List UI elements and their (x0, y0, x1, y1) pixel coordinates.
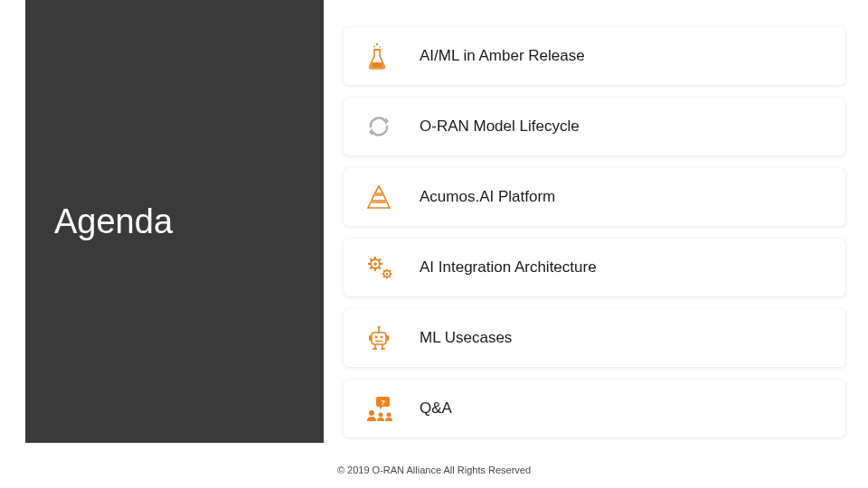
list-item: ? Q&A (344, 380, 845, 437)
copyright-footer: © 2019 O-RAN Alliance All Rights Reserve… (0, 465, 868, 475)
item-label: ML Usecases (420, 329, 512, 347)
list-item: AI/ML in Amber Release (344, 27, 845, 85)
robot-icon (365, 322, 410, 354)
svg-line-17 (370, 267, 372, 269)
svg-point-0 (376, 43, 378, 45)
svg-rect-36 (387, 335, 390, 341)
item-label: Acumos.AI Platform (420, 188, 555, 206)
flask-icon (365, 40, 410, 72)
svg-marker-4 (385, 117, 389, 125)
svg-point-45 (379, 413, 383, 418)
item-label: AI/ML in Amber Release (420, 47, 585, 65)
svg-line-28 (390, 270, 391, 271)
svg-rect-35 (369, 335, 372, 341)
svg-point-1 (373, 46, 375, 48)
list-item: ML Usecases (344, 309, 845, 367)
svg-marker-7 (372, 195, 386, 201)
svg-line-18 (379, 258, 381, 260)
svg-point-20 (386, 273, 388, 275)
list-item: O-RAN Model Lifecycle (344, 98, 845, 155)
sidebar-panel: Agenda (25, 0, 324, 443)
svg-point-44 (369, 410, 374, 416)
svg-marker-8 (368, 202, 390, 208)
svg-marker-6 (375, 186, 383, 193)
svg-line-16 (379, 267, 381, 269)
agenda-list: AI/ML in Amber Release O-RAN Model Lifec… (344, 27, 845, 437)
gears-icon (365, 251, 410, 284)
item-label: O-RAN Model Lifecycle (420, 117, 580, 136)
svg-point-46 (387, 413, 392, 418)
svg-line-25 (383, 270, 384, 271)
svg-line-27 (383, 277, 384, 277)
item-label: Q&A (420, 399, 452, 418)
svg-text:?: ? (381, 399, 385, 407)
item-label: AI Integration Architecture (420, 258, 597, 277)
cycle-icon (365, 110, 410, 143)
svg-line-15 (370, 258, 372, 260)
list-item: AI Integration Architecture (344, 239, 845, 296)
svg-point-32 (375, 336, 378, 339)
svg-point-33 (381, 336, 383, 339)
pyramid-icon (365, 181, 410, 213)
svg-marker-42 (380, 406, 383, 409)
svg-point-30 (378, 326, 381, 329)
svg-marker-5 (369, 128, 373, 136)
list-item: Acumos.AI Platform (344, 168, 845, 226)
qa-icon: ? (365, 392, 410, 425)
svg-line-26 (390, 277, 391, 277)
svg-point-2 (379, 46, 381, 48)
page-title: Agenda (54, 202, 173, 241)
svg-point-10 (373, 262, 377, 266)
svg-rect-31 (372, 333, 386, 344)
